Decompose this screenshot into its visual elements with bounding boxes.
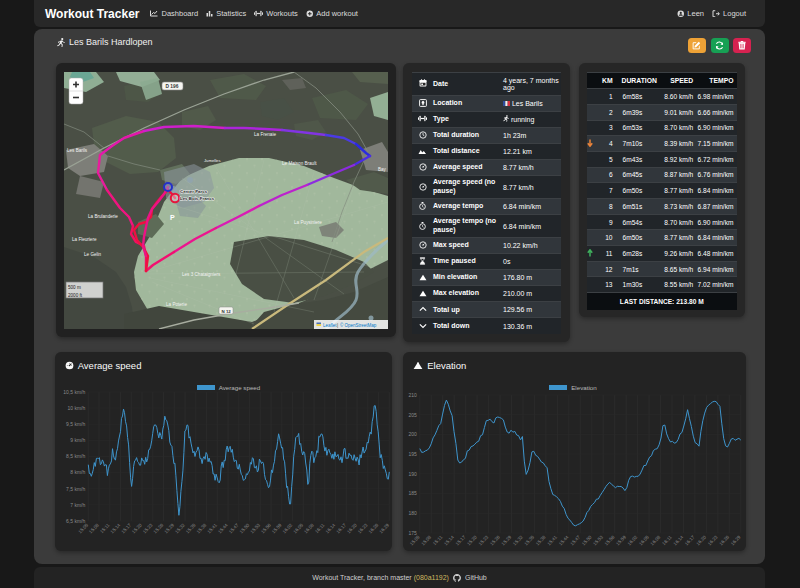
svg-text:16:20: 16:20	[696, 534, 708, 546]
svg-text:15:14: 15:14	[443, 534, 455, 546]
svg-text:15:17: 15:17	[120, 522, 132, 534]
svg-text:15:23: 15:23	[478, 534, 490, 546]
svg-text:15:05: 15:05	[409, 534, 421, 546]
svg-text:Les 3 Chataigniers: Les 3 Chataigniers	[182, 272, 221, 277]
svg-text:Les Barils: Les Barils	[67, 148, 88, 153]
svg-text:15:14: 15:14	[109, 522, 121, 534]
svg-text:16:29: 16:29	[730, 534, 742, 546]
svg-text:15:59: 15:59	[271, 522, 283, 534]
svg-text:190: 190	[409, 471, 418, 477]
svg-text:2000 ft: 2000 ft	[68, 293, 83, 298]
svg-text:P: P	[170, 214, 175, 221]
svg-text:10 km/h: 10 km/h	[67, 405, 85, 411]
svg-text:195: 195	[409, 451, 418, 457]
svg-text:La Fleuriere: La Fleuriere	[72, 237, 97, 242]
svg-text:16:26: 16:26	[719, 534, 731, 546]
svg-text:210: 210	[409, 392, 418, 398]
svg-text:Leaflet: Leaflet	[323, 323, 337, 328]
svg-text:7 km/h: 7 km/h	[70, 502, 85, 508]
svg-text:15:17: 15:17	[455, 534, 467, 546]
svg-text:15:44: 15:44	[558, 534, 570, 546]
svg-text:205: 205	[409, 412, 418, 418]
svg-text:15:44: 15:44	[217, 522, 229, 534]
svg-text:16:26: 16:26	[367, 522, 379, 534]
svg-text:16:08: 16:08	[650, 534, 662, 546]
svg-text:16:29: 16:29	[378, 522, 390, 534]
svg-text:15:35: 15:35	[185, 522, 197, 534]
svg-text:15:23: 15:23	[142, 522, 154, 534]
svg-text:16:14: 16:14	[324, 522, 336, 534]
svg-text:Jumelles: Jumelles	[204, 158, 221, 163]
svg-text:15:56: 15:56	[260, 522, 272, 534]
svg-text:15:50: 15:50	[581, 534, 593, 546]
svg-text:16:17: 16:17	[335, 522, 347, 534]
svg-text:15:53: 15:53	[249, 522, 261, 534]
svg-text:15:29: 15:29	[501, 534, 513, 546]
svg-text:La Poterie: La Poterie	[166, 302, 187, 307]
svg-text:Les Bois-Francs: Les Bois-Francs	[180, 196, 215, 201]
svg-text:15:11: 15:11	[432, 534, 444, 546]
svg-text:9 km/h: 9 km/h	[70, 437, 85, 443]
svg-text:16:14: 16:14	[673, 534, 685, 546]
svg-text:15:05: 15:05	[77, 522, 89, 534]
svg-text:Le Gelin: Le Gelin	[84, 252, 102, 257]
svg-text:16:05: 16:05	[292, 522, 304, 534]
svg-text:15:59: 15:59	[615, 534, 627, 546]
svg-text:La Brulanderie: La Brulanderie	[88, 214, 118, 219]
svg-text:8 km/h: 8 km/h	[70, 469, 85, 475]
svg-text:Center Parcs: Center Parcs	[180, 189, 208, 194]
svg-text:15:11: 15:11	[99, 522, 111, 534]
svg-text:15:08: 15:08	[421, 534, 433, 546]
svg-text:© OpenStreetMap: © OpenStreetMap	[340, 322, 377, 328]
svg-text:Bay: Bay	[378, 167, 387, 172]
svg-text:15:38: 15:38	[195, 522, 207, 534]
svg-text:La Frenaie: La Frenaie	[254, 132, 276, 137]
svg-text:15:08: 15:08	[88, 522, 100, 534]
svg-text:D 196: D 196	[166, 84, 179, 89]
svg-text:16:20: 16:20	[346, 522, 358, 534]
svg-text:180: 180	[409, 510, 418, 516]
svg-text:15:26: 15:26	[489, 534, 501, 546]
svg-text:7,5 km/h: 7,5 km/h	[66, 486, 85, 492]
svg-text:16:11: 16:11	[661, 534, 673, 546]
svg-text:200: 200	[409, 431, 418, 437]
svg-text:15:20: 15:20	[466, 534, 478, 546]
svg-text:N 12: N 12	[222, 309, 232, 314]
svg-text:16:11: 16:11	[314, 522, 326, 534]
svg-text:15:32: 15:32	[512, 534, 524, 546]
svg-text:La Puysiniere: La Puysiniere	[294, 220, 322, 225]
svg-text:15:50: 15:50	[238, 522, 250, 534]
svg-text:6,5 km/h: 6,5 km/h	[66, 518, 85, 524]
svg-text:15:38: 15:38	[535, 534, 547, 546]
svg-text:16:23: 16:23	[357, 522, 369, 534]
svg-text:15:47: 15:47	[570, 534, 582, 546]
svg-text:15:20: 15:20	[131, 522, 143, 534]
svg-text:16:02: 16:02	[281, 522, 293, 534]
svg-text:15:35: 15:35	[524, 534, 536, 546]
svg-text:185: 185	[409, 490, 418, 496]
svg-text:16:02: 16:02	[627, 534, 639, 546]
svg-text:15:41: 15:41	[206, 522, 218, 534]
svg-text:10,5 km/h: 10,5 km/h	[63, 389, 85, 395]
svg-text:8,5 km/h: 8,5 km/h	[66, 453, 85, 459]
svg-text:16:17: 16:17	[684, 534, 696, 546]
svg-text:15:53: 15:53	[592, 534, 604, 546]
svg-text:|: |	[337, 323, 338, 328]
svg-text:500 m: 500 m	[68, 285, 81, 290]
svg-text:15:32: 15:32	[174, 522, 186, 534]
svg-text:15:47: 15:47	[228, 522, 240, 534]
svg-text:15:41: 15:41	[547, 534, 559, 546]
svg-text:Le Maison Brault: Le Maison Brault	[282, 161, 317, 166]
svg-text:15:29: 15:29	[163, 522, 175, 534]
svg-text:16:23: 16:23	[707, 534, 719, 546]
svg-text:16:08: 16:08	[303, 522, 315, 534]
svg-text:9,5 km/h: 9,5 km/h	[66, 421, 85, 427]
svg-text:15:56: 15:56	[604, 534, 616, 546]
svg-text:16:05: 16:05	[638, 534, 650, 546]
svg-text:15:26: 15:26	[152, 522, 164, 534]
